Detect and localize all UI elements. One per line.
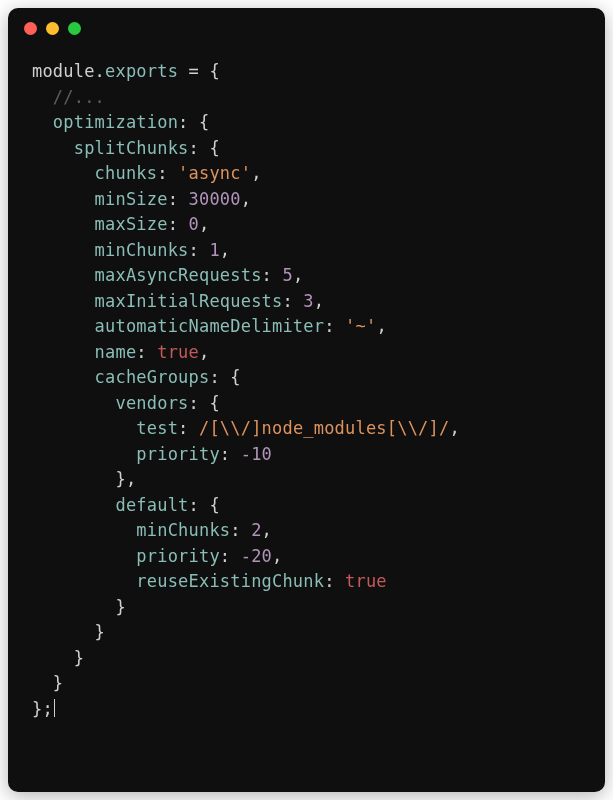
code-token: , — [262, 520, 272, 540]
code-token: priority — [32, 444, 220, 464]
code-token: : — [324, 316, 345, 336]
code-token: -20 — [241, 546, 272, 566]
code-token: : — [324, 571, 345, 591]
code-token: module — [32, 61, 95, 81]
code-token: -10 — [241, 444, 272, 464]
code-token: minSize — [32, 189, 168, 209]
code-token: priority — [32, 546, 220, 566]
code-token: , — [199, 342, 209, 362]
code-token: , — [220, 240, 230, 260]
code-token: minChunks — [32, 240, 189, 260]
code-token: }; — [32, 699, 53, 719]
code-token: maxSize — [32, 214, 168, 234]
code-token: maxAsyncRequests — [32, 265, 262, 285]
code-token: : { — [189, 138, 220, 158]
code-token: 30000 — [189, 189, 241, 209]
code-token: vendors — [32, 393, 189, 413]
code-token: : { — [189, 495, 220, 515]
text-cursor — [54, 699, 55, 717]
code-token: }, — [32, 469, 136, 489]
code-token: test — [32, 418, 178, 438]
code-token: 5 — [282, 265, 292, 285]
window-titlebar — [8, 8, 605, 43]
code-token: , — [251, 163, 261, 183]
close-icon[interactable] — [24, 22, 37, 35]
code-block: module.exports = { //... optimization: {… — [8, 43, 605, 742]
code-token: exports — [105, 61, 178, 81]
code-token: '~' — [345, 316, 376, 336]
code-token: splitChunks — [32, 138, 189, 158]
code-token: maxInitialRequests — [32, 291, 282, 311]
code-token: } — [32, 597, 126, 617]
code-token: , — [314, 291, 324, 311]
code-token: = { — [178, 61, 220, 81]
code-token: chunks — [32, 163, 157, 183]
code-token: : — [168, 189, 189, 209]
code-token: : — [230, 520, 251, 540]
code-token: true — [157, 342, 199, 362]
code-token: } — [32, 622, 105, 642]
code-token: : — [136, 342, 157, 362]
code-token: automaticNameDelimiter — [32, 316, 324, 336]
code-token: cacheGroups — [32, 367, 209, 387]
code-token: 2 — [251, 520, 261, 540]
code-token: , — [376, 316, 386, 336]
code-token: : — [262, 265, 283, 285]
code-token: , — [241, 189, 251, 209]
code-token: reuseExistingChunk — [32, 571, 324, 591]
code-token: : — [282, 291, 303, 311]
code-token: } — [32, 673, 63, 693]
code-token: . — [95, 61, 105, 81]
code-token: 3 — [303, 291, 313, 311]
code-window: module.exports = { //... optimization: {… — [8, 8, 605, 792]
code-token: /[\\/]node_modules[\\/]/ — [199, 418, 449, 438]
code-token: true — [345, 571, 387, 591]
code-token: name — [32, 342, 136, 362]
code-token: 1 — [209, 240, 219, 260]
code-token: 0 — [189, 214, 199, 234]
code-token: : — [157, 163, 178, 183]
code-token: : { — [209, 367, 240, 387]
minimize-icon[interactable] — [46, 22, 59, 35]
code-token: : { — [178, 112, 209, 132]
code-token: , — [272, 546, 282, 566]
code-token: : { — [189, 393, 220, 413]
code-token: default — [32, 495, 189, 515]
code-token: , — [449, 418, 459, 438]
code-token: minChunks — [32, 520, 230, 540]
code-token: : — [178, 418, 199, 438]
code-token: : — [189, 240, 210, 260]
code-token: : — [220, 546, 241, 566]
code-token: : — [220, 444, 241, 464]
code-token: , — [199, 214, 209, 234]
code-token: } — [32, 648, 84, 668]
maximize-icon[interactable] — [68, 22, 81, 35]
code-token: 'async' — [178, 163, 251, 183]
code-comment: //... — [32, 87, 105, 107]
code-token: : — [168, 214, 189, 234]
code-token: optimization — [32, 112, 178, 132]
code-token: , — [293, 265, 303, 285]
